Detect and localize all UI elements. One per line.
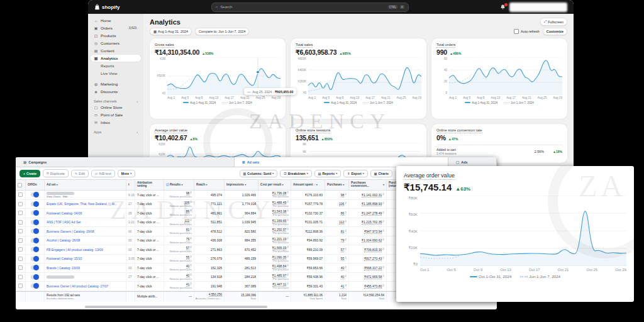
sidebar-item-discounts[interactable]: ◈Discounts xyxy=(91,88,141,95)
ad-set-name-link[interactable]: Business Owners | Catalog- 29/08 xyxy=(47,230,123,233)
column-header-toggle[interactable]: Off/On xyxy=(26,180,45,190)
sidebar-item-reports[interactable]: Reports xyxy=(91,62,141,69)
row-checkbox[interactable] xyxy=(18,275,23,279)
notifications-bell-icon[interactable] xyxy=(500,4,506,10)
metric-title[interactable]: Online store conversion rate xyxy=(436,128,562,132)
tab-ad-sets[interactable]: ⊞ Ad sets xyxy=(235,157,448,167)
column-header-cost[interactable]: Cost per result▾ xyxy=(258,180,291,190)
value-text: ₹706,819.30 xyxy=(364,248,382,252)
ab-test-button[interactable]: ⇄A/B test xyxy=(91,170,115,177)
sidebar-section-sales-channels[interactable]: Sales channels› xyxy=(91,99,141,103)
column-header-impressions[interactable]: Impressions▾ xyxy=(225,180,258,190)
metric-title[interactable]: Total sales xyxy=(296,43,421,47)
row-checkbox[interactable] xyxy=(18,284,23,288)
column-header-time[interactable]: t xyxy=(126,180,135,190)
more-button[interactable]: More▾ xyxy=(118,170,135,177)
ad-set-name-link[interactable]: FB Engagers | All product catalog- 13/09 xyxy=(47,248,123,252)
adset-toggle[interactable] xyxy=(31,247,39,252)
compare-button[interactable]: Compare to: Jun 1-Jun 7, 2024 xyxy=(195,28,249,35)
breakdown-button[interactable]: ☰Breakdown▾ xyxy=(280,170,311,177)
tab-campaigns[interactable]: ▣ Campaigns xyxy=(16,157,235,167)
columns-button[interactable]: ▥Columns: Sunil▾ xyxy=(240,170,278,177)
create-button[interactable]: +Create xyxy=(19,170,40,177)
sidebar-item-analytics[interactable]: ▦Analytics xyxy=(91,55,141,62)
row-checkbox[interactable] xyxy=(18,192,23,197)
ad-set-name-link[interactable]: Business Owner | All product Catalog- 27… xyxy=(47,284,123,288)
fullscreen-button[interactable]: ⤢ Fullscreen xyxy=(540,18,567,26)
column-header-reach[interactable]: Reach▾ xyxy=(194,180,225,190)
adset-toggle[interactable] xyxy=(31,229,39,233)
shopify-logo[interactable]: shopify xyxy=(94,4,119,10)
column-header-results[interactable]: ⓘResults▾ xyxy=(164,180,194,190)
cell-value: ₹1,215,702.352 xyxy=(362,220,384,224)
store-name[interactable] xyxy=(509,3,567,12)
metric-title[interactable]: Average order value xyxy=(404,172,626,179)
sidebar-item-home[interactable]: ⌂Home xyxy=(91,17,141,24)
sidebar-item-live-view[interactable]: Live View xyxy=(91,70,141,77)
column-header-cb[interactable] xyxy=(16,180,26,190)
sidebar-item-marketing[interactable]: ◍Marketing xyxy=(91,80,141,87)
adset-toggle[interactable] xyxy=(31,257,39,261)
tick-label: Aug 29 xyxy=(553,96,562,99)
adset-toggle[interactable] xyxy=(31,238,39,243)
customize-button[interactable]: Customize xyxy=(543,28,567,35)
row-checkbox[interactable] xyxy=(18,257,23,261)
adset-toggle[interactable] xyxy=(31,265,39,270)
horizontal-scrollbar[interactable] xyxy=(85,306,267,308)
row-checkbox[interactable] xyxy=(18,211,23,215)
metric-title[interactable]: Average order value xyxy=(155,128,280,132)
charts-button[interactable]: ▦Charts xyxy=(370,170,392,177)
row-checkbox[interactable] xyxy=(18,202,23,206)
tab-ads[interactable]: ▢ Ads xyxy=(448,157,497,167)
sidebar-item-customers[interactable]: ◎Customers xyxy=(91,40,141,47)
column-header-purchases[interactable]: Purchases▾ xyxy=(325,180,349,190)
select-all-checkbox[interactable] xyxy=(18,183,22,187)
adset-toggle[interactable] xyxy=(31,275,39,279)
sidebar-section-apps[interactable]: Apps› xyxy=(91,130,141,134)
row-checkbox[interactable] xyxy=(18,220,23,225)
cell-conv: ₹455,473.802 xyxy=(349,282,387,291)
duplicate-button[interactable]: ⧉Duplicate xyxy=(43,169,69,177)
column-header-spent[interactable]: Amount spent↓▾ xyxy=(291,180,325,190)
metric-title[interactable]: Online store sessions xyxy=(296,128,421,132)
sidebar-item-inbox[interactable]: ✉Inbox xyxy=(91,119,141,126)
row-checkbox[interactable] xyxy=(18,238,23,243)
metric-title[interactable]: Gross sales xyxy=(155,43,280,47)
line-chart[interactable] xyxy=(420,196,626,266)
legend-item: Jun 1-Jun 7, 2024 xyxy=(520,274,560,279)
auto-refresh-checkbox[interactable]: Auto-refresh xyxy=(514,29,540,34)
sidebar-item-online-store[interactable]: ▢Online Store xyxy=(91,104,141,111)
reports-button[interactable]: ▤Reports▾ xyxy=(314,170,341,177)
ad-set-name-link[interactable]: Brands | Catalog- 23/09 xyxy=(47,266,123,270)
line-chart[interactable] xyxy=(449,57,562,95)
row-hover-actions[interactable]: View Charts · Edit · … xyxy=(47,195,124,198)
sidebar-item-products[interactable]: ◫Products xyxy=(91,32,141,39)
row-checkbox[interactable] xyxy=(18,265,23,270)
ad-set-name-link[interactable]: Expats (UK, Singapore, Thai, New Zealand… xyxy=(47,202,123,206)
sidebar-item-point-of-sale[interactable]: ▭Point of Sale xyxy=(91,111,141,118)
metric-title[interactable]: Total orders xyxy=(436,43,562,47)
ad-set-name-link[interactable]: Footwear| Catalog- 15/10 xyxy=(47,257,123,260)
row-checkbox[interactable] xyxy=(18,247,23,252)
adset-toggle[interactable] xyxy=(31,202,39,206)
ad-set-name-link[interactable]: Footwear| Catalog- 04/09 xyxy=(47,211,123,215)
sidebar-item-orders[interactable]: ▣Orders3,623 xyxy=(91,25,141,31)
sidebar-item-content[interactable]: ▤Content xyxy=(91,47,141,54)
cell-text: 00 xyxy=(128,266,133,270)
edit-button[interactable]: ✎Edit xyxy=(71,170,89,177)
ad-set-name-link[interactable]: Alcohol | Catalog- 26/08 xyxy=(47,238,123,242)
adset-toggle[interactable] xyxy=(31,211,39,215)
date-range-button[interactable]: ▦ Aug 1-Aug 31, 2024 xyxy=(150,28,192,35)
search-input[interactable]: ⌕ Search CTRL K xyxy=(211,3,409,12)
ad-set-name-link[interactable]: ANS | TOF | ASC Ad Set xyxy=(47,220,123,224)
adset-toggle[interactable] xyxy=(31,220,39,225)
column-header-conv[interactable]: Purchases conversion...▾ xyxy=(349,180,387,190)
row-checkbox[interactable] xyxy=(18,229,23,233)
adset-toggle[interactable] xyxy=(31,284,39,288)
adset-toggle[interactable] xyxy=(31,192,39,197)
cell-time: 6:16 xyxy=(126,191,135,199)
export-button[interactable]: ⇧Export▾ xyxy=(343,170,368,177)
column-header-name[interactable]: Ad set▾ xyxy=(45,180,126,190)
line-chart[interactable] xyxy=(308,57,421,95)
column-header-attr[interactable]: Attribution setting xyxy=(135,180,164,190)
